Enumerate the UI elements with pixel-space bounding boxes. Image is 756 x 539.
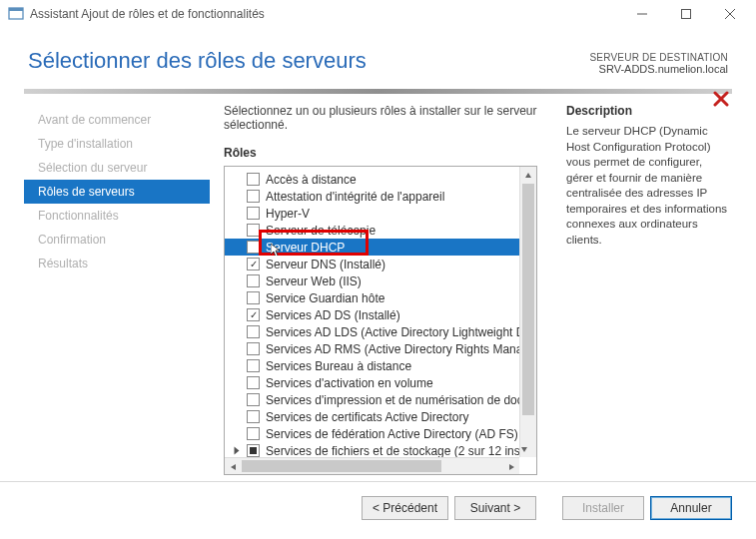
svg-rect-3 [682, 10, 691, 19]
nav-server-roles[interactable]: Rôles de serveurs [24, 180, 210, 204]
scroll-down-button[interactable] [520, 440, 528, 457]
content: Sélectionnez un ou plusieurs rôles à ins… [210, 104, 732, 481]
titlebar: Assistant Ajout de rôles et de fonctionn… [0, 0, 756, 28]
svg-marker-12 [509, 464, 514, 470]
role-row[interactable]: Hyper-V [225, 205, 536, 222]
window-title: Assistant Ajout de rôles et de fonctionn… [30, 7, 265, 21]
role-checkbox[interactable] [247, 342, 260, 355]
role-checkbox[interactable] [247, 308, 260, 321]
nav-server-selection[interactable]: Sélection du serveur [24, 156, 210, 180]
next-button[interactable]: Suivant > [454, 496, 536, 520]
nav-confirmation[interactable]: Confirmation [24, 228, 210, 252]
header-separator [24, 89, 732, 94]
role-checkbox[interactable] [247, 224, 260, 237]
vscroll-thumb[interactable] [522, 184, 534, 415]
install-button[interactable]: Installer [562, 496, 644, 520]
role-checkbox[interactable] [247, 173, 260, 186]
svg-marker-8 [271, 244, 280, 256]
cursor-icon [271, 244, 281, 256]
instruction-text: Sélectionnez un ou plusieurs rôles à ins… [224, 104, 546, 132]
minimize-button[interactable] [620, 0, 664, 28]
description-text: Le serveur DHCP (Dynamic Host Configurat… [566, 124, 732, 248]
role-label: Services de certificats Active Directory [266, 410, 468, 424]
wizard-nav: Avant de commencer Type d'installation S… [24, 104, 210, 481]
role-label: Hyper-V [266, 207, 310, 221]
role-checkbox[interactable] [247, 410, 260, 423]
scroll-up-button[interactable] [520, 167, 536, 184]
previous-button[interactable]: < Précédent [362, 496, 448, 520]
role-label: Services de fichiers et de stockage (2 s… [266, 444, 536, 458]
hscroll-thumb[interactable] [242, 460, 441, 472]
role-checkbox[interactable] [247, 376, 260, 389]
role-row[interactable]: Serveur DNS (Installé) [225, 256, 536, 272]
expand-icon[interactable] [235, 447, 240, 455]
horizontal-scrollbar[interactable] [225, 457, 519, 474]
svg-marker-11 [231, 464, 236, 470]
role-checkbox[interactable] [247, 190, 260, 203]
role-checkbox[interactable] [247, 241, 260, 254]
role-checkbox[interactable] [247, 291, 260, 304]
role-label: Serveur Web (IIS) [266, 274, 362, 288]
destination-server: SRV-ADDS.numelion.local [590, 63, 729, 75]
role-label: Services AD DS (Installé) [266, 308, 400, 322]
destination-label: SERVEUR DE DESTINATION [590, 52, 729, 63]
close-button[interactable] [708, 0, 752, 28]
role-label: Serveur de télécopie [266, 224, 376, 238]
role-row[interactable]: Attestation d'intégrité de l'appareil [225, 188, 536, 205]
role-checkbox[interactable] [247, 207, 260, 220]
main: Avant de commencer Type d'installation S… [0, 94, 756, 481]
role-label: Services AD RMS (Active Directory Rights… [266, 342, 536, 356]
role-row[interactable]: Serveur DHCP [225, 239, 536, 256]
role-label: Services d'activation en volume [266, 376, 433, 390]
role-row[interactable]: Services de certificats Active Directory [225, 408, 536, 425]
nav-before-start[interactable]: Avant de commencer [24, 108, 210, 132]
role-row[interactable]: Services AD LDS (Active Directory Lightw… [225, 323, 536, 340]
svg-marker-9 [525, 173, 531, 178]
nav-install-type[interactable]: Type d'installation [24, 132, 210, 156]
roles-list[interactable]: Accès à distanceAttestation d'intégrité … [224, 166, 537, 475]
scroll-left-button[interactable] [225, 458, 242, 475]
role-row[interactable]: Accès à distance [225, 171, 536, 188]
maximize-button[interactable] [664, 0, 708, 28]
role-label: Attestation d'intégrité de l'appareil [266, 190, 444, 204]
role-label: Services AD LDS (Active Directory Lightw… [266, 325, 536, 339]
role-row[interactable]: Services d'impression et de numérisation… [225, 391, 536, 408]
role-label: Services Bureau à distance [266, 359, 411, 373]
role-row[interactable]: Service Guardian hôte [225, 289, 536, 306]
role-row[interactable]: Serveur de télécopie [225, 222, 536, 239]
role-row[interactable]: Services d'activation en volume [225, 374, 536, 391]
app-icon [8, 6, 24, 22]
description-panel: Description Le serveur DHCP (Dynamic Hos… [546, 104, 732, 481]
page-title: Sélectionner des rôles de serveurs [28, 48, 367, 74]
svg-rect-1 [9, 8, 23, 11]
role-row[interactable]: Serveur Web (IIS) [225, 272, 536, 289]
destination-info: SERVEUR DE DESTINATION SRV-ADDS.numelion… [590, 52, 729, 75]
role-checkbox[interactable] [247, 325, 260, 338]
role-label: Services d'impression et de numérisation… [266, 393, 536, 407]
role-row[interactable]: Services AD RMS (Active Directory Rights… [225, 340, 536, 357]
scroll-right-button[interactable] [502, 458, 519, 475]
role-checkbox[interactable] [247, 359, 260, 372]
role-label: Accès à distance [266, 173, 357, 187]
role-row[interactable]: Services AD DS (Installé) [225, 306, 536, 323]
nav-features[interactable]: Fonctionnalités [24, 204, 210, 228]
roles-header: Rôles [224, 146, 546, 160]
role-row[interactable]: Services Bureau à distance [225, 357, 536, 374]
role-checkbox[interactable] [247, 427, 260, 440]
role-checkbox[interactable] [247, 258, 260, 270]
footer: < Précédent Suivant > Installer Annuler [0, 481, 756, 533]
header: Sélectionner des rôles de serveurs SERVE… [0, 28, 756, 83]
role-checkbox[interactable] [247, 444, 260, 457]
role-checkbox[interactable] [247, 274, 260, 287]
error-close-icon[interactable] [710, 88, 732, 110]
vertical-scrollbar[interactable] [519, 167, 536, 457]
role-label: Service Guardian hôte [266, 291, 384, 305]
role-label: Services de fédération Active Directory … [266, 427, 518, 441]
role-checkbox[interactable] [247, 393, 260, 406]
role-label: Serveur DNS (Installé) [266, 258, 385, 271]
nav-results[interactable]: Résultats [24, 252, 210, 275]
svg-marker-10 [521, 447, 527, 452]
description-header: Description [566, 104, 732, 118]
role-row[interactable]: Services de fédération Active Directory … [225, 425, 536, 442]
cancel-button[interactable]: Annuler [650, 496, 732, 520]
